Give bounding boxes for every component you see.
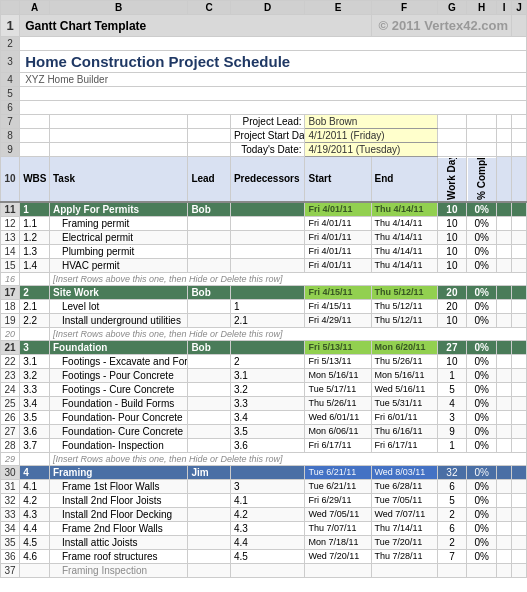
t41-lead (188, 479, 231, 493)
t42-e2 (512, 493, 527, 507)
t46-days: 7 (437, 549, 467, 563)
t41-days: 6 (437, 479, 467, 493)
s4-days: 32 (437, 465, 467, 479)
row-11-num: 11 (1, 202, 20, 217)
s4-name: Framing (49, 465, 187, 479)
t46-pred: 4.5 (230, 549, 305, 563)
ins2-text: [Insert Rows above this one, then Hide o… (49, 327, 526, 340)
ins2-wbs (20, 327, 50, 340)
col-b-header: B (49, 1, 187, 15)
t12-e1 (497, 230, 512, 244)
s1-end: Thu 4/14/11 (371, 202, 437, 217)
t11-lead (188, 216, 231, 230)
t12-pred (230, 230, 305, 244)
row-33-num: 33 (1, 507, 20, 521)
s3-e1 (497, 340, 512, 354)
t33-start: Tue 5/17/11 (305, 382, 371, 396)
t37-e1 (497, 438, 512, 452)
row-13-num: 13 (1, 230, 20, 244)
t21-e2 (512, 299, 527, 313)
t46-pct: 0% (467, 549, 497, 563)
row-30-num: 30 (1, 465, 20, 479)
row-7-empty2 (49, 115, 187, 129)
t45-e1 (497, 535, 512, 549)
today-date-label: Today's Date: (230, 143, 305, 157)
t37-name: Foundation- Inspection (49, 438, 187, 452)
row-27-num: 27 (1, 424, 20, 438)
t36-pred: 3.5 (230, 424, 305, 438)
row-37-num: 37 (1, 563, 20, 577)
t14-e1 (497, 258, 512, 272)
t42-days: 5 (437, 493, 467, 507)
t33-name: Footings - Cure Concrete (49, 382, 187, 396)
t44-e1 (497, 521, 512, 535)
today-date-value[interactable]: 4/19/2011 (Tuesday) (305, 143, 437, 157)
t45-start: Mon 7/18/11 (305, 535, 371, 549)
s3-pred (230, 340, 305, 354)
t42-pred: 4.1 (230, 493, 305, 507)
row-35-num: 35 (1, 535, 20, 549)
col-d-header: D (230, 1, 305, 15)
t34-lead (188, 396, 231, 410)
ins1-text: [Insert Rows above this one, then Hide o… (49, 272, 526, 285)
t13-name: Plumbing permit (49, 244, 187, 258)
s4-e2 (512, 465, 527, 479)
t22-pred: 2.1 (230, 313, 305, 327)
s4-lead: Jim (188, 465, 231, 479)
s2-start: Fri 4/15/11 (305, 285, 371, 299)
t34-wbs: 3.4 (20, 396, 50, 410)
row-12-num: 12 (1, 216, 20, 230)
t44-e2 (512, 521, 527, 535)
t12-wbs: 1.2 (20, 230, 50, 244)
s2-e1 (497, 285, 512, 299)
t14-pct: 0% (467, 258, 497, 272)
t44-wbs: 4.4 (20, 521, 50, 535)
t46-e2 (512, 549, 527, 563)
t46-start: Wed 7/20/11 (305, 549, 371, 563)
t11-start: Fri 4/01/11 (305, 216, 371, 230)
t11-pred (230, 216, 305, 230)
t44-pct: 0% (467, 521, 497, 535)
row-8-num: 8 (1, 129, 20, 143)
t31-pred: 2 (230, 354, 305, 368)
row-8-empty3 (188, 129, 231, 143)
t31-days: 10 (437, 354, 467, 368)
row-1-num: 1 (1, 15, 20, 37)
t42-e1 (497, 493, 512, 507)
t34-start: Thu 5/26/11 (305, 396, 371, 410)
t42-start: Fri 6/29/11 (305, 493, 371, 507)
start-date-value[interactable]: 4/1/2011 (Friday) (305, 129, 437, 143)
t32-e1 (497, 368, 512, 382)
s4-start: Tue 6/21/11 (305, 465, 371, 479)
row-8-end4 (512, 129, 527, 143)
t37-pred: 3.6 (230, 438, 305, 452)
row-19-num: 19 (1, 313, 20, 327)
t22-e2 (512, 313, 527, 327)
t33-pred: 3.2 (230, 382, 305, 396)
row-14-num: 14 (1, 244, 20, 258)
row-23-num: 23 (1, 368, 20, 382)
t12-start: Fri 4/01/11 (305, 230, 371, 244)
row-25-num: 25 (1, 396, 20, 410)
t13-pct: 0% (467, 244, 497, 258)
t34-name: Foundation - Build Forms (49, 396, 187, 410)
t32-start: Mon 5/16/11 (305, 368, 371, 382)
t31-e2 (512, 354, 527, 368)
row-2-num: 2 (1, 37, 20, 51)
t12-lead (188, 230, 231, 244)
t14-e2 (512, 258, 527, 272)
col-j-header-empty (512, 157, 527, 202)
project-lead-value[interactable]: Bob Brown (305, 115, 437, 129)
row-15-num: 15 (1, 258, 20, 272)
s1-pred (230, 202, 305, 217)
t32-pred: 3.1 (230, 368, 305, 382)
t44-days: 6 (437, 521, 467, 535)
row-8-end3 (497, 129, 512, 143)
t22-days: 10 (437, 313, 467, 327)
row-4-num: 4 (1, 73, 20, 87)
t41-wbs: 4.1 (20, 479, 50, 493)
t45-pct: 0% (467, 535, 497, 549)
t45-name: Install attic Joists (49, 535, 187, 549)
col-f-header: F (371, 1, 437, 15)
t43-lead (188, 507, 231, 521)
